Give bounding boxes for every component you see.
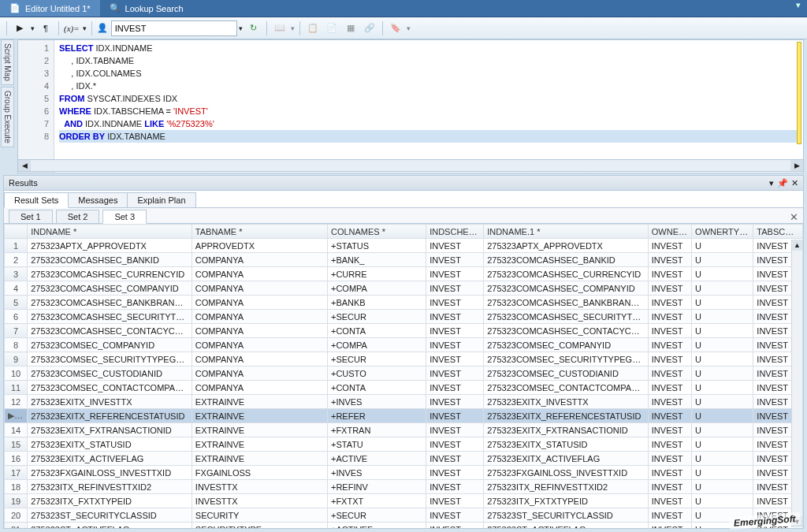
table-row[interactable]: 1275323APTX_APPROVEDTXAPPROVEDTX+STATUSI…	[5, 239, 803, 253]
result-tab-explain-plan[interactable]: Explain Plan	[127, 192, 195, 207]
cell: 275323EXITX_INVESTTX	[28, 395, 192, 409]
link-button[interactable]: 🔗	[362, 20, 377, 36]
column-header[interactable]: TABSCHEMA *	[753, 225, 803, 239]
set-tab-1[interactable]: Set 1	[9, 210, 53, 223]
table-row[interactable]: 2275323COMCASHSEC_BANKIDCOMPANYA+BANK_IN…	[5, 253, 803, 267]
table-row[interactable]: 19275323ITX_FXTXTYPEIDINVESTTX+FXTXTINVE…	[5, 494, 803, 508]
cell: 275323APTX_APPROVEDTX	[28, 239, 192, 253]
results-menu-icon[interactable]: ▾	[769, 178, 774, 188]
cell: 275323ITX_REFINVESTTXID2	[484, 480, 649, 494]
rail-script-map[interactable]: Script Map	[1, 39, 14, 85]
cell: 15	[5, 437, 28, 452]
cell: 275323COMCASHSEC_SECURITYTYPEGROUPID	[484, 310, 649, 324]
table-row[interactable]: 6275323COMCASHSEC_SECURITYTYPEGROUPIDCOM…	[5, 310, 803, 324]
table-row[interactable]: 14275323EXITX_FXTRANSACTIONIDEXTRAINVE+F…	[5, 423, 803, 437]
column-header[interactable]: OWNERTYPE *	[692, 225, 753, 239]
cell: 275323EXITX_ACTIVEFLAG	[484, 452, 649, 466]
sql-editor[interactable]: 12345678 SELECT IDX.INDNAME , IDX.TABNAM…	[17, 39, 804, 173]
cell: U	[692, 324, 753, 338]
cell: +STATU	[327, 437, 426, 452]
table-row[interactable]: 12275323EXITX_INVESTTXEXTRAINVE+INVESINV…	[5, 395, 803, 409]
results-grid-wrap: INDNAME *TABNAME *COLNAMES *INDSCHEMA *I…	[3, 224, 804, 529]
table-row[interactable]: 21275323ST_ACTIVEFLAGSECURITYTYPE+ACTIVE…	[5, 523, 803, 530]
column-header[interactable]: COLNAMES *	[327, 225, 426, 239]
result-tab-result-sets[interactable]: Result Sets	[4, 192, 69, 208]
column-header[interactable]	[5, 225, 28, 239]
cell: U	[692, 239, 753, 253]
scroll-left-icon[interactable]: ◀	[18, 160, 31, 171]
grid-button[interactable]: ▦	[343, 20, 359, 36]
rail-group-execute[interactable]: Group Execute	[1, 87, 14, 147]
cell: +FXTRAN	[327, 423, 426, 437]
cell: 275323COMCASHSEC_CONTACYCOMPANYID	[484, 324, 649, 338]
cell: EXTRAINVE	[192, 437, 327, 452]
cell: 275323COMSEC_SECURITYTYPEGROUPID	[28, 352, 192, 366]
results-grid[interactable]: INDNAME *TABNAME *COLNAMES *INDSCHEMA *I…	[4, 224, 803, 529]
table-row[interactable]: 16275323EXITX_ACTIVEFLAGEXTRAINVE+ACTIVE…	[5, 452, 803, 466]
scroll-right-icon[interactable]: ▶	[790, 160, 803, 171]
table-row[interactable]: 10275323COMSEC_CUSTODIANIDCOMPANYA+CUSTO…	[5, 366, 803, 381]
table-row[interactable]: 3275323COMCASHSEC_CURRENCYIDCOMPANYA+CUR…	[5, 267, 803, 281]
table-row[interactable]: 7275323COMCASHSEC_CONTACYCOMPANYIDCOMPAN…	[5, 324, 803, 338]
results-title: Results	[9, 178, 38, 188]
table-row[interactable]: 20275323ST_SECURITYCLASSIDSECURITY+SECUR…	[5, 508, 803, 523]
execute-button[interactable]: ▶	[12, 20, 28, 36]
cell: 14	[5, 423, 28, 437]
cell: U	[692, 452, 753, 466]
table-row[interactable]: ▶ 13275323EXITX_REFERENCESTATUSIDEXTRAIN…	[5, 409, 803, 423]
schema-input[interactable]	[115, 24, 233, 33]
results-close-icon[interactable]: ✕	[791, 178, 798, 188]
paste-button[interactable]: 📄	[324, 20, 340, 36]
cell: INVEST	[648, 310, 691, 324]
close-set-icon[interactable]: ✕	[790, 211, 798, 223]
cell: INVEST	[426, 352, 484, 366]
cell: EXTRAINVE	[192, 423, 327, 437]
cell: +INVES	[327, 395, 426, 409]
table-row[interactable]: 15275323EXITX_STATUSIDEXTRAINVE+STATUINV…	[5, 437, 803, 452]
panel-dropdown-icon[interactable]: ▾	[790, 0, 807, 17]
table-row[interactable]: 11275323COMSEC_CONTACTCOMPANYIDCOMPANYA+…	[5, 381, 803, 395]
set-tab-3[interactable]: Set 3	[102, 210, 147, 224]
table-row[interactable]: 8275323COMSEC_COMPANYIDCOMPANYA+COMPAINV…	[5, 338, 803, 352]
table-row[interactable]: 18275323ITX_REFINVESTTXID2INVESTTX+REFIN…	[5, 480, 803, 494]
result-tab-messages[interactable]: Messages	[68, 192, 128, 207]
refresh-button[interactable]: ↻	[246, 20, 262, 36]
tab-editor[interactable]: 📄 Editor Untitled 1*	[0, 0, 100, 17]
column-header[interactable]: TABNAME *	[192, 225, 327, 239]
cell: U	[692, 381, 753, 395]
copy-button[interactable]: 📋	[305, 20, 321, 36]
cell: INVEST	[648, 366, 691, 381]
cell: 11	[5, 381, 28, 395]
column-header[interactable]: OWNER *	[648, 225, 691, 239]
column-header[interactable]: INDSCHEMA *	[426, 225, 484, 239]
set-tab-2[interactable]: Set 2	[56, 210, 100, 223]
book-button[interactable]: 📖	[272, 20, 288, 36]
schema-icon: 👤	[97, 23, 108, 33]
bookmark-button[interactable]: 🔖	[388, 20, 404, 36]
editor-hscroll[interactable]: ◀ ▶	[17, 159, 804, 172]
cell: INVEST	[648, 324, 691, 338]
left-rail: Script Map Group Execute	[0, 39, 14, 181]
schema-combo[interactable]	[111, 20, 237, 36]
format-button[interactable]: ¶	[38, 20, 54, 36]
table-row[interactable]: 4275323COMCASHSEC_COMPANYIDCOMPANYA+COMP…	[5, 281, 803, 296]
cell: INVEST	[426, 423, 484, 437]
table-row[interactable]: 17275323FXGAINLOSS_INVESTTXIDFXGAINLOSS+…	[5, 466, 803, 480]
cell: 275323ITX_FXTXTYPEID	[28, 494, 192, 508]
table-row[interactable]: 5275323COMCASHSEC_BANKBRANCHIDCOMPANYA+B…	[5, 296, 803, 310]
code-area[interactable]: SELECT IDX.INDNAME , IDX.TABNAME , IDX.C…	[54, 40, 803, 173]
column-header[interactable]: INDNAME.1 *	[484, 225, 649, 239]
cell: INVEST	[426, 281, 484, 296]
column-header[interactable]: INDNAME *	[28, 225, 192, 239]
scroll-up-icon[interactable]: ▲	[792, 240, 802, 251]
results-pin-icon[interactable]: 📌	[777, 178, 788, 188]
tab-lookup[interactable]: 🔍 Lookup Search	[100, 0, 193, 17]
cell: SECURITY	[192, 508, 327, 523]
cell: INVEST	[426, 324, 484, 338]
cell: 275323EXITX_FXTRANSACTIONID	[28, 423, 192, 437]
grid-vscroll[interactable]: ▲ ▼	[791, 240, 802, 527]
cell: U	[692, 366, 753, 381]
cell: U	[692, 310, 753, 324]
table-row[interactable]: 9275323COMSEC_SECURITYTYPEGROUPIDCOMPANY…	[5, 352, 803, 366]
cell: 275323FXGAINLOSS_INVESTTXID	[28, 466, 192, 480]
